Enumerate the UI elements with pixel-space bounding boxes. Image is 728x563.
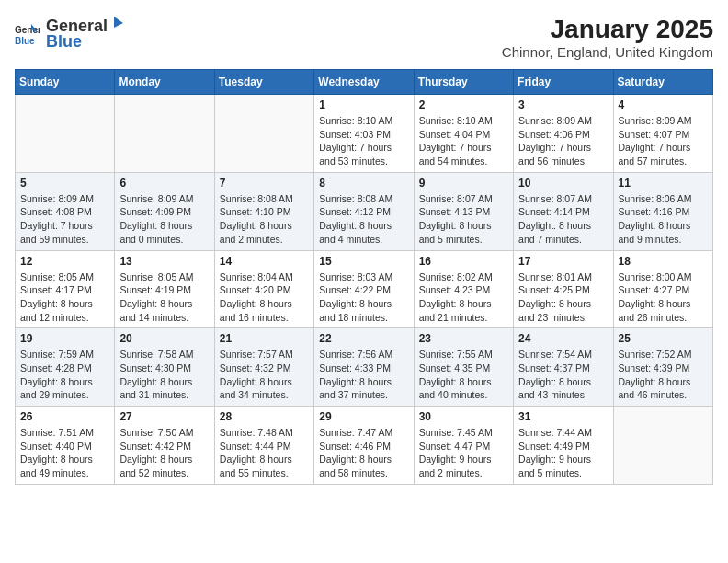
calendar-cell: 17Sunrise: 8:01 AM Sunset: 4:25 PM Dayli… [514, 250, 613, 328]
calendar-cell: 5Sunrise: 8:09 AM Sunset: 4:08 PM Daylig… [16, 172, 115, 250]
svg-text:General: General [15, 25, 40, 35]
calendar-cell: 31Sunrise: 7:44 AM Sunset: 4:49 PM Dayli… [514, 407, 613, 485]
day-header-thursday: Thursday [414, 70, 513, 95]
week-row-5: 26Sunrise: 7:51 AM Sunset: 4:40 PM Dayli… [16, 407, 713, 485]
day-number: 1 [319, 98, 408, 111]
logo-arrow [108, 15, 125, 31]
week-row-4: 19Sunrise: 7:59 AM Sunset: 4:28 PM Dayli… [16, 328, 713, 407]
calendar-cell: 21Sunrise: 7:57 AM Sunset: 4:32 PM Dayli… [214, 328, 313, 407]
day-info: Sunrise: 7:54 AM Sunset: 4:37 PM Dayligh… [518, 348, 608, 402]
day-number: 7 [220, 177, 309, 190]
day-header-saturday: Saturday [613, 70, 712, 95]
day-header-tuesday: Tuesday [214, 70, 313, 95]
calendar-cell: 19Sunrise: 7:59 AM Sunset: 4:28 PM Dayli… [16, 328, 115, 407]
calendar-cell: 25Sunrise: 7:52 AM Sunset: 4:39 PM Dayli… [613, 328, 712, 407]
day-header-sunday: Sunday [16, 70, 115, 95]
day-number: 27 [119, 410, 209, 423]
day-info: Sunrise: 8:05 AM Sunset: 4:19 PM Dayligh… [119, 270, 209, 325]
day-number: 23 [419, 332, 508, 345]
day-number: 21 [220, 332, 309, 345]
day-number: 16 [419, 255, 508, 268]
logo: General Blue General Blue [15, 15, 126, 52]
day-info: Sunrise: 8:00 AM Sunset: 4:27 PM Dayligh… [619, 270, 708, 325]
calendar-cell: 29Sunrise: 7:47 AM Sunset: 4:46 PM Dayli… [314, 407, 414, 485]
day-info: Sunrise: 8:01 AM Sunset: 4:25 PM Dayligh… [518, 270, 608, 325]
day-info: Sunrise: 8:02 AM Sunset: 4:23 PM Dayligh… [419, 270, 508, 325]
day-info: Sunrise: 8:09 AM Sunset: 4:06 PM Dayligh… [518, 114, 608, 168]
day-info: Sunrise: 8:10 AM Sunset: 4:03 PM Dayligh… [319, 114, 408, 168]
subtitle: Chinnor, England, United Kingdom [502, 44, 713, 60]
day-info: Sunrise: 8:07 AM Sunset: 4:14 PM Dayligh… [518, 192, 608, 247]
week-row-1: 1Sunrise: 8:10 AM Sunset: 4:03 PM Daylig… [16, 95, 713, 173]
day-info: Sunrise: 8:09 AM Sunset: 4:08 PM Dayligh… [20, 192, 109, 247]
calendar-cell: 30Sunrise: 7:45 AM Sunset: 4:47 PM Dayli… [414, 407, 513, 485]
day-info: Sunrise: 7:50 AM Sunset: 4:42 PM Dayligh… [119, 426, 209, 480]
calendar-cell: 15Sunrise: 8:03 AM Sunset: 4:22 PM Dayli… [314, 250, 414, 328]
day-info: Sunrise: 7:57 AM Sunset: 4:32 PM Dayligh… [220, 348, 309, 402]
calendar-cell: 4Sunrise: 8:09 AM Sunset: 4:07 PM Daylig… [613, 95, 712, 173]
day-number: 11 [619, 177, 708, 190]
calendar-cell: 14Sunrise: 8:04 AM Sunset: 4:20 PM Dayli… [214, 250, 313, 328]
day-number: 6 [119, 177, 209, 190]
day-info: Sunrise: 7:56 AM Sunset: 4:33 PM Dayligh… [319, 348, 408, 402]
calendar-cell: 7Sunrise: 8:08 AM Sunset: 4:10 PM Daylig… [214, 172, 313, 250]
day-number: 28 [220, 410, 309, 423]
calendar-cell [115, 95, 214, 173]
calendar-header-row: SundayMondayTuesdayWednesdayThursdayFrid… [16, 70, 713, 95]
calendar-cell: 3Sunrise: 8:09 AM Sunset: 4:06 PM Daylig… [514, 95, 613, 173]
day-info: Sunrise: 7:58 AM Sunset: 4:30 PM Dayligh… [119, 348, 209, 402]
title-area: January 2025 Chinnor, England, United Ki… [502, 15, 713, 60]
calendar-cell: 6Sunrise: 8:09 AM Sunset: 4:09 PM Daylig… [115, 172, 214, 250]
day-info: Sunrise: 7:55 AM Sunset: 4:35 PM Dayligh… [419, 348, 508, 402]
calendar-cell [214, 95, 313, 173]
logo-icon: General Blue [15, 20, 40, 46]
day-number: 4 [619, 98, 708, 111]
calendar-cell: 10Sunrise: 8:07 AM Sunset: 4:14 PM Dayli… [514, 172, 613, 250]
calendar: SundayMondayTuesdayWednesdayThursdayFrid… [15, 69, 713, 485]
day-info: Sunrise: 7:51 AM Sunset: 4:40 PM Dayligh… [20, 426, 109, 480]
day-info: Sunrise: 8:10 AM Sunset: 4:04 PM Dayligh… [419, 114, 508, 168]
day-number: 29 [319, 410, 408, 423]
day-number: 5 [20, 177, 109, 190]
week-row-3: 12Sunrise: 8:05 AM Sunset: 4:17 PM Dayli… [16, 250, 713, 328]
day-number: 15 [319, 255, 408, 268]
day-info: Sunrise: 8:04 AM Sunset: 4:20 PM Dayligh… [220, 270, 309, 325]
calendar-cell: 9Sunrise: 8:07 AM Sunset: 4:13 PM Daylig… [414, 172, 513, 250]
day-number: 12 [20, 255, 109, 268]
calendar-cell: 26Sunrise: 7:51 AM Sunset: 4:40 PM Dayli… [16, 407, 115, 485]
svg-marker-3 [114, 17, 123, 28]
day-number: 10 [518, 177, 608, 190]
day-number: 26 [20, 410, 109, 423]
calendar-cell: 18Sunrise: 8:00 AM Sunset: 4:27 PM Dayli… [613, 250, 712, 328]
day-number: 24 [518, 332, 608, 345]
day-number: 30 [419, 410, 508, 423]
day-info: Sunrise: 7:48 AM Sunset: 4:44 PM Dayligh… [220, 426, 309, 480]
day-info: Sunrise: 8:06 AM Sunset: 4:16 PM Dayligh… [619, 192, 708, 247]
week-row-2: 5Sunrise: 8:09 AM Sunset: 4:08 PM Daylig… [16, 172, 713, 250]
day-number: 22 [319, 332, 408, 345]
day-header-friday: Friday [514, 70, 613, 95]
day-info: Sunrise: 7:47 AM Sunset: 4:46 PM Dayligh… [319, 426, 408, 480]
day-number: 14 [220, 255, 309, 268]
day-number: 18 [619, 255, 708, 268]
calendar-cell: 2Sunrise: 8:10 AM Sunset: 4:04 PM Daylig… [414, 95, 513, 173]
day-number: 3 [518, 98, 608, 111]
day-info: Sunrise: 8:07 AM Sunset: 4:13 PM Dayligh… [419, 192, 508, 247]
main-title: January 2025 [502, 15, 713, 44]
day-header-wednesday: Wednesday [314, 70, 414, 95]
calendar-cell: 12Sunrise: 8:05 AM Sunset: 4:17 PM Dayli… [16, 250, 115, 328]
svg-text:Blue: Blue [15, 36, 35, 46]
calendar-cell: 20Sunrise: 7:58 AM Sunset: 4:30 PM Dayli… [115, 328, 214, 407]
day-number: 9 [419, 177, 508, 190]
day-info: Sunrise: 8:09 AM Sunset: 4:09 PM Dayligh… [119, 192, 209, 247]
day-number: 2 [419, 98, 508, 111]
header: General Blue General Blue January 2025 C… [15, 15, 713, 60]
day-info: Sunrise: 8:05 AM Sunset: 4:17 PM Dayligh… [20, 270, 109, 325]
day-number: 17 [518, 255, 608, 268]
calendar-cell: 24Sunrise: 7:54 AM Sunset: 4:37 PM Dayli… [514, 328, 613, 407]
calendar-cell: 22Sunrise: 7:56 AM Sunset: 4:33 PM Dayli… [314, 328, 414, 407]
calendar-cell: 23Sunrise: 7:55 AM Sunset: 4:35 PM Dayli… [414, 328, 513, 407]
day-info: Sunrise: 8:08 AM Sunset: 4:10 PM Dayligh… [220, 192, 309, 247]
calendar-cell: 8Sunrise: 8:08 AM Sunset: 4:12 PM Daylig… [314, 172, 414, 250]
calendar-cell: 13Sunrise: 8:05 AM Sunset: 4:19 PM Dayli… [115, 250, 214, 328]
